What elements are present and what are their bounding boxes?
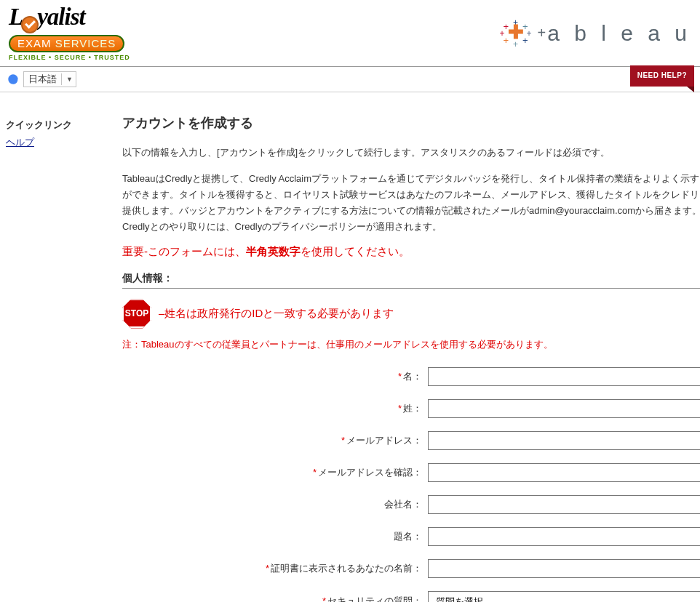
loyalist-logo: Lyalist EXAM SERVICES FLEXIBLE • SECURE … xyxy=(9,5,130,61)
services-label: SERVICES xyxy=(55,37,116,49)
exam-label: EXAM xyxy=(17,37,52,49)
partner-note: 注：Tableauのすべての従業員とパートナーは、仕事用のメールアドレスを使用す… xyxy=(122,338,700,351)
email-confirm-label: *メールアドレスを確認： xyxy=(122,466,428,479)
important-prefix: 重要-このフォームには、 xyxy=(122,245,246,257)
language-bar: 日本語 ▼ NEED HELP? xyxy=(0,67,700,92)
important-notice: 重要-このフォームには、半角英数字を使用してください。 xyxy=(122,245,700,259)
stop-icon: STOP xyxy=(122,299,151,328)
tableau-mark-icon: + + + + ✚ + + + + xyxy=(501,19,530,48)
loyalist-wordmark: Lyalist xyxy=(9,5,85,33)
title-field[interactable] xyxy=(428,527,700,546)
need-help-tab[interactable]: NEED HELP? xyxy=(630,65,694,87)
page-title: アカウントを作成する xyxy=(122,114,700,132)
stop-text: –姓名は政府発行のIDと一致する必要があります xyxy=(159,307,394,321)
company-label: 会社名： xyxy=(122,498,428,511)
last-name-label: *姓： xyxy=(122,402,428,415)
language-current: 日本語 xyxy=(28,73,57,86)
credly-paragraph: TableauはCredlyと提携して、Credly Acclaimプラットフォ… xyxy=(122,171,700,235)
cert-name-field[interactable] xyxy=(428,559,700,578)
chevron-down-icon: ▼ xyxy=(66,76,73,83)
company-field[interactable] xyxy=(428,495,700,514)
intro-paragraph: 以下の情報を入力し、[アカウントを作成]をクリックして続行します。アスタリスクの… xyxy=(122,145,700,161)
form: *名： *姓： *メールアドレス： *メールアドレスを確認： 会社名： 題名： … xyxy=(122,367,700,602)
title-label: 題名： xyxy=(122,530,428,543)
email-label: *メールアドレス： xyxy=(122,434,428,447)
sidebar-title: クイックリンク xyxy=(6,119,115,132)
sec-question-select[interactable]: 質問を選択 xyxy=(428,591,700,602)
loyalist-tagline: FLEXIBLE • SECURE • TRUSTED xyxy=(9,54,130,61)
sidebar: クイックリンク ヘルプ xyxy=(6,100,115,602)
header: Lyalist EXAM SERVICES FLEXIBLE • SECURE … xyxy=(0,0,700,67)
body: クイックリンク ヘルプ アカウントを作成する 以下の情報を入力し、[アカウントを… xyxy=(0,92,700,602)
exam-services-pill: EXAM SERVICES xyxy=(9,35,124,53)
sec-question-label: *セキュリティの質問： xyxy=(122,595,428,602)
important-suffix: を使用してください。 xyxy=(301,245,410,257)
email-field[interactable] xyxy=(428,431,700,450)
email-confirm-field[interactable] xyxy=(428,463,700,482)
help-link[interactable]: ヘルプ xyxy=(6,137,34,148)
personal-info-heading: 個人情報： xyxy=(122,272,700,289)
first-name-label: *名： xyxy=(122,370,428,383)
first-name-field[interactable] xyxy=(428,367,700,386)
cert-name-label: *証明書に表示されるあなたの名前： xyxy=(122,562,428,575)
checkmark-icon xyxy=(21,16,39,33)
language-selector[interactable]: 日本語 ▼ xyxy=(23,71,76,87)
important-bold: 半角英数字 xyxy=(246,245,301,257)
tableau-logo: + + + + ✚ + + + + +a b l e a u xyxy=(501,19,691,48)
stop-notice: STOP –姓名は政府発行のIDと一致する必要があります xyxy=(122,299,700,328)
main-content: アカウントを作成する 以下の情報を入力し、[アカウントを作成]をクリックして続行… xyxy=(115,100,700,602)
tableau-wordmark: +a b l e a u xyxy=(538,21,691,46)
last-name-field[interactable] xyxy=(428,399,700,418)
google-translate-icon xyxy=(7,73,19,85)
